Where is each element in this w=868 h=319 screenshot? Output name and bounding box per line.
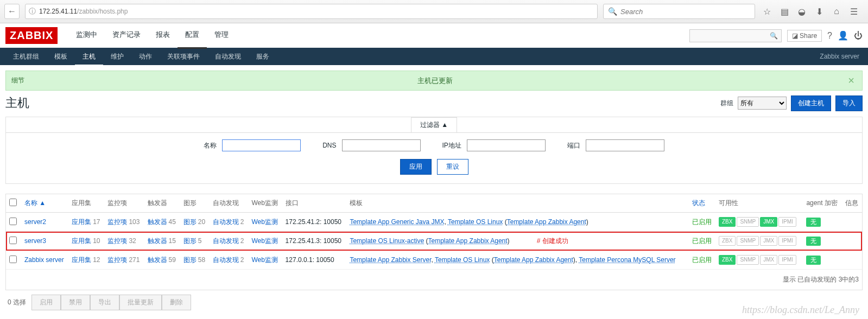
download-icon[interactable]: ⬇ xyxy=(814,6,825,17)
cell-web: Web监测 xyxy=(248,251,282,270)
avail-tag: JMX xyxy=(760,255,777,265)
bulk-action-button[interactable]: 导出 xyxy=(90,295,119,310)
row-cb xyxy=(6,213,21,232)
help-icon[interactable]: ? xyxy=(827,31,832,41)
filter-port-input[interactable] xyxy=(586,139,664,151)
bulk-action-button[interactable]: 禁用 xyxy=(61,295,90,310)
column-header[interactable]: 应用集 xyxy=(68,194,104,213)
cell-apps: 应用集12 xyxy=(68,251,104,270)
bulk-action-button[interactable]: 启用 xyxy=(31,295,61,310)
bulk-action-button[interactable]: 批量更新 xyxy=(119,295,162,310)
cell-triggers: 触发器45 xyxy=(144,213,180,232)
power-icon[interactable]: ⏻ xyxy=(854,31,863,41)
share-button[interactable]: ◪ Share xyxy=(787,30,822,42)
filter-ip-input[interactable] xyxy=(467,139,546,151)
cell-templates: Template OS Linux-active (Template App Z… xyxy=(346,232,688,251)
cell-encryption: 无 xyxy=(803,232,841,251)
sub-nav-item[interactable]: 动作 xyxy=(131,48,160,65)
column-header[interactable]: 信息 xyxy=(842,194,862,213)
sub-nav: 主机群组模板主机维护动作关联项事件自动发现服务 Zabbix server xyxy=(0,48,868,65)
filter-apply-button[interactable]: 应用 xyxy=(400,159,432,175)
cell-status: 已启用 xyxy=(689,232,715,251)
info-icon[interactable]: ⓘ xyxy=(29,7,36,16)
browser-search[interactable]: 🔍 xyxy=(603,4,755,19)
sub-nav-item[interactable]: 维护 xyxy=(103,48,131,65)
row-checkbox[interactable] xyxy=(9,218,17,225)
column-header[interactable]: Web监测 xyxy=(248,194,282,213)
cell-availability: ZBXSNMPJMXIPMI xyxy=(715,213,803,232)
column-header[interactable]: 图形 xyxy=(180,194,210,213)
main-nav-item[interactable]: 资产记录 xyxy=(105,22,148,49)
cell-apps: 应用集17 xyxy=(68,213,104,232)
bulk-actions: 0 选择 启用禁用导出批量更新删除 xyxy=(5,290,863,315)
main-nav: 监测中资产记录报表配置管理 xyxy=(68,22,236,49)
main-nav-item[interactable]: 报表 xyxy=(148,22,178,49)
cell-web: Web监测 xyxy=(248,213,282,232)
column-header[interactable]: 可用性 xyxy=(715,194,803,213)
column-header[interactable]: agent 加密 xyxy=(803,194,841,213)
list-icon[interactable]: ▤ xyxy=(779,6,790,17)
hosts-table: 名称 ▲应用集监控项触发器图形自动发现Web监测接口模板状态可用性agent 加… xyxy=(6,194,862,270)
encryption-tag: 无 xyxy=(806,256,821,265)
host-name-link[interactable]: Zabbix server xyxy=(24,256,64,264)
home-icon[interactable]: ⌂ xyxy=(831,6,842,17)
url-host: 172.25.41.11 xyxy=(39,8,77,15)
main-nav-item[interactable]: 监测中 xyxy=(68,22,105,49)
cell-items: 监控项271 xyxy=(104,251,144,270)
column-header[interactable]: 模板 xyxy=(346,194,688,213)
create-host-button[interactable]: 创建主机 xyxy=(791,95,831,111)
url-bar[interactable]: ⓘ 172.25.41.11/zabbix/hosts.php xyxy=(25,4,598,19)
group-select[interactable]: 所有 xyxy=(738,97,787,110)
main-nav-item[interactable]: 管理 xyxy=(207,22,236,49)
sub-nav-item[interactable]: 主机 xyxy=(75,48,103,66)
row-checkbox[interactable] xyxy=(9,256,17,263)
column-header[interactable]: 状态 xyxy=(689,194,715,213)
cell-name: Zabbix server xyxy=(21,251,68,270)
cell-discovery: 自动发现2 xyxy=(210,213,249,232)
column-header[interactable]: 接口 xyxy=(282,194,347,213)
cell-encryption: 无 xyxy=(803,213,841,232)
hosts-table-wrap: 名称 ▲应用集监控项触发器图形自动发现Web监测接口模板状态可用性agent 加… xyxy=(5,194,863,290)
browser-search-input[interactable] xyxy=(620,8,750,16)
filter-toggle[interactable]: 过滤器 ▲ xyxy=(411,117,457,132)
close-icon[interactable]: × xyxy=(846,74,857,87)
filter-name-input[interactable] xyxy=(222,139,301,151)
import-button[interactable]: 导入 xyxy=(835,95,863,111)
filter-panel: 过滤器 ▲ 名称 DNS IP地址 端口 应用 重设 xyxy=(5,117,863,184)
select-all-checkbox[interactable] xyxy=(9,199,17,206)
sub-nav-item[interactable]: 自动发现 xyxy=(207,48,249,65)
column-header[interactable]: 监控项 xyxy=(104,194,144,213)
alert-details-toggle[interactable]: 细节 xyxy=(11,76,24,85)
column-header[interactable]: 触发器 xyxy=(144,194,180,213)
user-icon[interactable]: 👤 xyxy=(838,30,848,41)
cell-name: server3 xyxy=(21,232,68,251)
sub-nav-item[interactable]: 主机群组 xyxy=(5,48,47,65)
filter-name-label: 名称 xyxy=(204,141,217,150)
cell-web: Web监测 xyxy=(248,232,282,251)
host-name-link[interactable]: server3 xyxy=(24,237,46,245)
filter-dns-input[interactable] xyxy=(342,139,421,151)
pocket-icon[interactable]: ◒ xyxy=(796,6,807,17)
app-search[interactable]: 🔍 xyxy=(689,29,782,42)
filter-reset-button[interactable]: 重设 xyxy=(437,159,468,175)
table-footer: 显示 已自动发现的 3中的3 xyxy=(6,270,862,290)
back-button[interactable]: ← xyxy=(4,4,20,19)
logo[interactable]: ZABBIX xyxy=(5,27,58,44)
menu-icon[interactable]: ☰ xyxy=(848,6,859,17)
sub-nav-item[interactable]: 关联项事件 xyxy=(160,48,207,65)
encryption-tag: 无 xyxy=(806,218,821,227)
main-nav-item[interactable]: 配置 xyxy=(178,22,207,49)
filter-ip-label: IP地址 xyxy=(442,141,461,150)
column-header[interactable]: 名称 ▲ xyxy=(21,194,68,213)
sub-nav-item[interactable]: 服务 xyxy=(249,48,277,65)
sub-nav-item[interactable]: 模板 xyxy=(47,48,75,65)
browser-chrome: ← ⓘ 172.25.41.11/zabbix/hosts.php 🔍 ☆ ▤ … xyxy=(0,0,868,23)
star-icon[interactable]: ☆ xyxy=(762,6,772,17)
bulk-action-button[interactable]: 删除 xyxy=(162,295,191,310)
table-row: server3应用集10监控项32触发器15图形5自动发现2Web监测172.2… xyxy=(6,232,862,251)
host-name-link[interactable]: server2 xyxy=(24,218,46,226)
column-header[interactable]: 自动发现 xyxy=(210,194,249,213)
server-label: Zabbix server xyxy=(820,53,863,60)
avail-tag: SNMP xyxy=(737,236,759,246)
row-checkbox[interactable] xyxy=(9,237,17,244)
